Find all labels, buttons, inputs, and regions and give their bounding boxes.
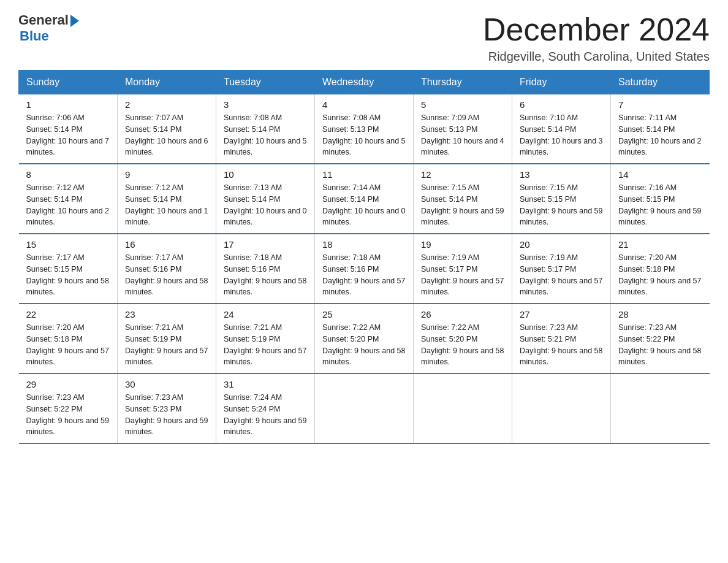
day-number: 27 bbox=[520, 309, 603, 320]
calendar-cell: 11Sunrise: 7:14 AMSunset: 5:14 PMDayligh… bbox=[315, 164, 414, 234]
day-number: 28 bbox=[618, 309, 702, 320]
day-info: Sunrise: 7:15 AMSunset: 5:14 PMDaylight:… bbox=[421, 182, 504, 228]
day-info: Sunrise: 7:13 AMSunset: 5:14 PMDaylight:… bbox=[224, 182, 307, 228]
day-number: 13 bbox=[520, 169, 603, 180]
calendar-cell: 14Sunrise: 7:16 AMSunset: 5:15 PMDayligh… bbox=[611, 164, 710, 234]
day-number: 25 bbox=[322, 309, 406, 320]
day-info: Sunrise: 7:06 AMSunset: 5:14 PMDaylight:… bbox=[26, 112, 110, 158]
day-info: Sunrise: 7:21 AMSunset: 5:19 PMDaylight:… bbox=[224, 322, 307, 368]
calendar-cell: 8Sunrise: 7:12 AMSunset: 5:14 PMDaylight… bbox=[19, 164, 118, 234]
day-info: Sunrise: 7:18 AMSunset: 5:16 PMDaylight:… bbox=[322, 252, 406, 298]
calendar-cell: 6Sunrise: 7:10 AMSunset: 5:14 PMDaylight… bbox=[512, 94, 611, 164]
calendar-cell: 1Sunrise: 7:06 AMSunset: 5:14 PMDaylight… bbox=[19, 94, 118, 164]
calendar-cell bbox=[611, 373, 710, 443]
calendar-cell bbox=[414, 373, 512, 443]
day-number: 22 bbox=[26, 309, 110, 320]
day-number: 7 bbox=[618, 99, 702, 110]
calendar-cell: 5Sunrise: 7:09 AMSunset: 5:13 PMDaylight… bbox=[414, 94, 512, 164]
calendar-cell: 22Sunrise: 7:20 AMSunset: 5:18 PMDayligh… bbox=[19, 304, 118, 373]
day-number: 4 bbox=[322, 99, 406, 110]
day-number: 11 bbox=[322, 169, 406, 180]
title-section: December 2024 Ridgeville, South Carolina… bbox=[483, 12, 710, 64]
calendar-cell: 19Sunrise: 7:19 AMSunset: 5:17 PMDayligh… bbox=[414, 234, 512, 304]
day-info: Sunrise: 7:08 AMSunset: 5:13 PMDaylight:… bbox=[322, 112, 406, 158]
calendar-cell: 15Sunrise: 7:17 AMSunset: 5:15 PMDayligh… bbox=[19, 234, 118, 304]
calendar-week-row: 8Sunrise: 7:12 AMSunset: 5:14 PMDaylight… bbox=[19, 164, 710, 234]
calendar-cell: 28Sunrise: 7:23 AMSunset: 5:22 PMDayligh… bbox=[611, 304, 710, 373]
column-header-wednesday: Wednesday bbox=[315, 71, 414, 94]
day-info: Sunrise: 7:17 AMSunset: 5:15 PMDaylight:… bbox=[26, 252, 110, 298]
day-info: Sunrise: 7:07 AMSunset: 5:14 PMDaylight:… bbox=[125, 112, 208, 158]
calendar-table: SundayMondayTuesdayWednesdayThursdayFrid… bbox=[18, 70, 710, 444]
logo-blue-text: Blue bbox=[20, 28, 49, 44]
calendar-cell: 24Sunrise: 7:21 AMSunset: 5:19 PMDayligh… bbox=[216, 304, 315, 373]
day-number: 15 bbox=[26, 239, 110, 250]
day-info: Sunrise: 7:12 AMSunset: 5:14 PMDaylight:… bbox=[26, 182, 110, 228]
day-number: 30 bbox=[125, 379, 208, 389]
calendar-cell: 27Sunrise: 7:23 AMSunset: 5:21 PMDayligh… bbox=[512, 304, 611, 373]
day-number: 16 bbox=[125, 239, 208, 250]
day-number: 10 bbox=[224, 169, 307, 180]
day-info: Sunrise: 7:22 AMSunset: 5:20 PMDaylight:… bbox=[421, 322, 504, 368]
day-info: Sunrise: 7:23 AMSunset: 5:21 PMDaylight:… bbox=[520, 322, 603, 368]
logo-general-text: General bbox=[18, 12, 69, 28]
day-info: Sunrise: 7:18 AMSunset: 5:16 PMDaylight:… bbox=[224, 252, 307, 298]
day-number: 17 bbox=[224, 239, 307, 250]
calendar-cell: 3Sunrise: 7:08 AMSunset: 5:14 PMDaylight… bbox=[216, 94, 315, 164]
day-info: Sunrise: 7:16 AMSunset: 5:15 PMDaylight:… bbox=[618, 182, 702, 228]
column-header-thursday: Thursday bbox=[414, 71, 512, 94]
day-info: Sunrise: 7:20 AMSunset: 5:18 PMDaylight:… bbox=[26, 322, 110, 368]
day-number: 24 bbox=[224, 309, 307, 320]
month-title: December 2024 bbox=[483, 12, 710, 47]
calendar-cell: 2Sunrise: 7:07 AMSunset: 5:14 PMDaylight… bbox=[118, 94, 216, 164]
day-number: 19 bbox=[421, 239, 504, 250]
day-number: 14 bbox=[618, 169, 702, 180]
calendar-cell: 13Sunrise: 7:15 AMSunset: 5:15 PMDayligh… bbox=[512, 164, 611, 234]
calendar-cell: 29Sunrise: 7:23 AMSunset: 5:22 PMDayligh… bbox=[19, 373, 118, 443]
calendar-week-row: 1Sunrise: 7:06 AMSunset: 5:14 PMDaylight… bbox=[19, 94, 710, 164]
logo: General Blue bbox=[18, 12, 79, 44]
day-info: Sunrise: 7:23 AMSunset: 5:22 PMDaylight:… bbox=[26, 392, 110, 438]
calendar-cell bbox=[315, 373, 414, 443]
column-header-sunday: Sunday bbox=[19, 71, 118, 94]
calendar-cell: 31Sunrise: 7:24 AMSunset: 5:24 PMDayligh… bbox=[216, 373, 315, 443]
day-number: 18 bbox=[322, 239, 406, 250]
calendar-cell: 4Sunrise: 7:08 AMSunset: 5:13 PMDaylight… bbox=[315, 94, 414, 164]
calendar-cell: 26Sunrise: 7:22 AMSunset: 5:20 PMDayligh… bbox=[414, 304, 512, 373]
day-number: 5 bbox=[421, 99, 504, 110]
calendar-cell: 17Sunrise: 7:18 AMSunset: 5:16 PMDayligh… bbox=[216, 234, 315, 304]
day-number: 23 bbox=[125, 309, 208, 320]
calendar-week-row: 15Sunrise: 7:17 AMSunset: 5:15 PMDayligh… bbox=[19, 234, 710, 304]
calendar-week-row: 22Sunrise: 7:20 AMSunset: 5:18 PMDayligh… bbox=[19, 304, 710, 373]
day-info: Sunrise: 7:21 AMSunset: 5:19 PMDaylight:… bbox=[125, 322, 208, 368]
day-info: Sunrise: 7:14 AMSunset: 5:14 PMDaylight:… bbox=[322, 182, 406, 228]
day-info: Sunrise: 7:08 AMSunset: 5:14 PMDaylight:… bbox=[224, 112, 307, 158]
calendar-cell: 7Sunrise: 7:11 AMSunset: 5:14 PMDaylight… bbox=[611, 94, 710, 164]
day-info: Sunrise: 7:24 AMSunset: 5:24 PMDaylight:… bbox=[224, 392, 307, 438]
page-header: General Blue December 2024 Ridgeville, S… bbox=[18, 12, 710, 64]
calendar-cell: 23Sunrise: 7:21 AMSunset: 5:19 PMDayligh… bbox=[118, 304, 216, 373]
day-info: Sunrise: 7:09 AMSunset: 5:13 PMDaylight:… bbox=[421, 112, 504, 158]
day-info: Sunrise: 7:23 AMSunset: 5:22 PMDaylight:… bbox=[618, 322, 702, 368]
day-number: 8 bbox=[26, 169, 110, 180]
day-number: 1 bbox=[26, 99, 110, 110]
calendar-cell bbox=[512, 373, 611, 443]
day-info: Sunrise: 7:15 AMSunset: 5:15 PMDaylight:… bbox=[520, 182, 603, 228]
day-number: 31 bbox=[224, 379, 307, 389]
column-header-tuesday: Tuesday bbox=[216, 71, 315, 94]
calendar-cell: 25Sunrise: 7:22 AMSunset: 5:20 PMDayligh… bbox=[315, 304, 414, 373]
logo-arrow-icon bbox=[70, 15, 79, 27]
column-header-saturday: Saturday bbox=[611, 71, 710, 94]
calendar-header-row: SundayMondayTuesdayWednesdayThursdayFrid… bbox=[19, 71, 710, 94]
day-number: 9 bbox=[125, 169, 208, 180]
day-number: 3 bbox=[224, 99, 307, 110]
calendar-week-row: 29Sunrise: 7:23 AMSunset: 5:22 PMDayligh… bbox=[19, 373, 710, 443]
day-info: Sunrise: 7:19 AMSunset: 5:17 PMDaylight:… bbox=[520, 252, 603, 298]
day-number: 26 bbox=[421, 309, 504, 320]
calendar-cell: 12Sunrise: 7:15 AMSunset: 5:14 PMDayligh… bbox=[414, 164, 512, 234]
day-number: 12 bbox=[421, 169, 504, 180]
column-header-friday: Friday bbox=[512, 71, 611, 94]
day-info: Sunrise: 7:12 AMSunset: 5:14 PMDaylight:… bbox=[125, 182, 208, 228]
calendar-cell: 20Sunrise: 7:19 AMSunset: 5:17 PMDayligh… bbox=[512, 234, 611, 304]
day-number: 2 bbox=[125, 99, 208, 110]
